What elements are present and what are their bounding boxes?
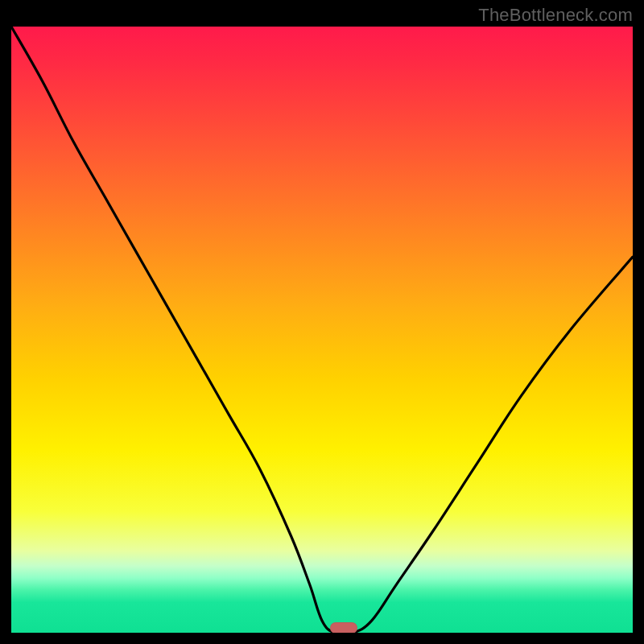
chart-frame: TheBottleneck.com	[0, 0, 644, 644]
plot-area	[11, 27, 633, 633]
bottleneck-curve	[11, 27, 633, 633]
optimal-point-marker	[330, 622, 357, 633]
bottleneck-curve-path	[11, 27, 633, 633]
watermark-text: TheBottleneck.com	[478, 5, 633, 26]
